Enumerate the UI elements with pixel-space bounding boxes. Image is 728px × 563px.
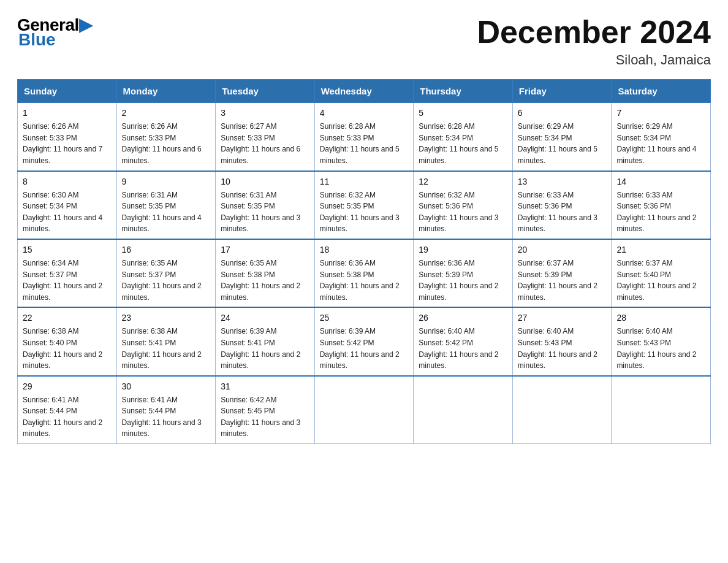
day-info: Sunrise: 6:26 AMSunset: 5:33 PMDaylight:… bbox=[23, 121, 112, 166]
day-info: Sunrise: 6:26 AMSunset: 5:33 PMDaylight:… bbox=[122, 121, 211, 166]
day-number: 2 bbox=[122, 107, 211, 120]
calendar-table: Sunday Monday Tuesday Wednesday Thursday… bbox=[17, 79, 711, 444]
day-info: Sunrise: 6:40 AMSunset: 5:43 PMDaylight:… bbox=[616, 326, 705, 371]
day-info: Sunrise: 6:32 AMSunset: 5:36 PMDaylight:… bbox=[419, 190, 507, 235]
day-info: Sunrise: 6:34 AMSunset: 5:37 PMDaylight:… bbox=[23, 258, 112, 303]
day-info: Sunrise: 6:36 AMSunset: 5:39 PMDaylight:… bbox=[419, 258, 507, 303]
day-number: 30 bbox=[122, 380, 211, 393]
day-number: 7 bbox=[616, 107, 705, 120]
day-number: 15 bbox=[23, 243, 112, 256]
col-tuesday: Tuesday bbox=[216, 80, 315, 103]
calendar-week-row: 15Sunrise: 6:34 AMSunset: 5:37 PMDayligh… bbox=[18, 239, 711, 307]
day-info: Sunrise: 6:40 AMSunset: 5:43 PMDaylight:… bbox=[518, 326, 607, 371]
day-number: 22 bbox=[23, 312, 112, 324]
day-number: 9 bbox=[122, 175, 211, 188]
title-area: December 2024 Siloah, Jamaica bbox=[477, 15, 711, 68]
col-sunday: Sunday bbox=[18, 80, 117, 103]
table-row bbox=[612, 376, 711, 444]
day-number: 27 bbox=[518, 312, 607, 324]
table-row: 5Sunrise: 6:28 AMSunset: 5:34 PMDaylight… bbox=[414, 103, 513, 171]
calendar-week-row: 29Sunrise: 6:41 AMSunset: 5:44 PMDayligh… bbox=[18, 376, 711, 444]
table-row: 7Sunrise: 6:29 AMSunset: 5:34 PMDaylight… bbox=[612, 103, 711, 171]
day-number: 14 bbox=[616, 175, 705, 188]
table-row: 22Sunrise: 6:38 AMSunset: 5:40 PMDayligh… bbox=[18, 307, 117, 375]
table-row: 12Sunrise: 6:32 AMSunset: 5:36 PMDayligh… bbox=[414, 171, 513, 239]
table-row: 21Sunrise: 6:37 AMSunset: 5:40 PMDayligh… bbox=[612, 239, 711, 307]
day-number: 6 bbox=[518, 107, 607, 120]
table-row: 16Sunrise: 6:35 AMSunset: 5:37 PMDayligh… bbox=[116, 239, 216, 307]
table-row: 30Sunrise: 6:41 AMSunset: 5:44 PMDayligh… bbox=[116, 376, 216, 444]
day-number: 16 bbox=[122, 243, 211, 256]
day-info: Sunrise: 6:41 AMSunset: 5:44 PMDaylight:… bbox=[23, 394, 112, 440]
day-info: Sunrise: 6:33 AMSunset: 5:36 PMDaylight:… bbox=[616, 190, 705, 235]
calendar-title: December 2024 bbox=[477, 15, 711, 50]
logo-blue-text: ▶ bbox=[79, 15, 93, 35]
day-number: 25 bbox=[320, 312, 409, 324]
day-number: 1 bbox=[23, 107, 112, 120]
day-info: Sunrise: 6:27 AMSunset: 5:33 PMDaylight:… bbox=[221, 121, 309, 166]
day-number: 20 bbox=[518, 243, 607, 256]
day-info: Sunrise: 6:35 AMSunset: 5:37 PMDaylight:… bbox=[122, 258, 211, 303]
header: General ▶ Blue December 2024 Siloah, Jam… bbox=[17, 15, 711, 68]
day-number: 12 bbox=[419, 175, 507, 188]
day-info: Sunrise: 6:28 AMSunset: 5:33 PMDaylight:… bbox=[320, 121, 409, 166]
table-row bbox=[512, 376, 612, 444]
table-row: 17Sunrise: 6:35 AMSunset: 5:38 PMDayligh… bbox=[216, 239, 315, 307]
day-info: Sunrise: 6:30 AMSunset: 5:34 PMDaylight:… bbox=[23, 190, 112, 235]
table-row: 6Sunrise: 6:29 AMSunset: 5:34 PMDaylight… bbox=[512, 103, 612, 171]
table-row: 20Sunrise: 6:37 AMSunset: 5:39 PMDayligh… bbox=[512, 239, 612, 307]
day-info: Sunrise: 6:41 AMSunset: 5:44 PMDaylight:… bbox=[122, 394, 211, 440]
day-info: Sunrise: 6:39 AMSunset: 5:42 PMDaylight:… bbox=[320, 326, 409, 371]
table-row: 1Sunrise: 6:26 AMSunset: 5:33 PMDaylight… bbox=[18, 103, 117, 171]
table-row: 26Sunrise: 6:40 AMSunset: 5:42 PMDayligh… bbox=[414, 307, 513, 375]
table-row: 3Sunrise: 6:27 AMSunset: 5:33 PMDaylight… bbox=[216, 103, 315, 171]
table-row: 11Sunrise: 6:32 AMSunset: 5:35 PMDayligh… bbox=[314, 171, 414, 239]
table-row: 15Sunrise: 6:34 AMSunset: 5:37 PMDayligh… bbox=[18, 239, 117, 307]
day-info: Sunrise: 6:33 AMSunset: 5:36 PMDaylight:… bbox=[518, 190, 607, 235]
col-thursday: Thursday bbox=[414, 80, 513, 103]
day-info: Sunrise: 6:29 AMSunset: 5:34 PMDaylight:… bbox=[616, 121, 705, 166]
table-row: 19Sunrise: 6:36 AMSunset: 5:39 PMDayligh… bbox=[414, 239, 513, 307]
day-info: Sunrise: 6:37 AMSunset: 5:39 PMDaylight:… bbox=[518, 258, 607, 303]
table-row: 4Sunrise: 6:28 AMSunset: 5:33 PMDaylight… bbox=[314, 103, 414, 171]
day-number: 21 bbox=[616, 243, 705, 256]
calendar-subtitle: Siloah, Jamaica bbox=[477, 52, 711, 68]
table-row: 14Sunrise: 6:33 AMSunset: 5:36 PMDayligh… bbox=[612, 171, 711, 239]
day-number: 24 bbox=[221, 312, 309, 324]
table-row: 2Sunrise: 6:26 AMSunset: 5:33 PMDaylight… bbox=[116, 103, 216, 171]
logo-sub-text: Blue bbox=[18, 30, 56, 50]
day-info: Sunrise: 6:37 AMSunset: 5:40 PMDaylight:… bbox=[616, 258, 705, 303]
calendar-week-row: 8Sunrise: 6:30 AMSunset: 5:34 PMDaylight… bbox=[18, 171, 711, 239]
calendar-week-row: 22Sunrise: 6:38 AMSunset: 5:40 PMDayligh… bbox=[18, 307, 711, 375]
day-number: 4 bbox=[320, 107, 409, 120]
table-row: 10Sunrise: 6:31 AMSunset: 5:35 PMDayligh… bbox=[216, 171, 315, 239]
day-number: 17 bbox=[221, 243, 309, 256]
day-number: 26 bbox=[419, 312, 507, 324]
day-info: Sunrise: 6:38 AMSunset: 5:41 PMDaylight:… bbox=[122, 326, 211, 371]
day-info: Sunrise: 6:38 AMSunset: 5:40 PMDaylight:… bbox=[23, 326, 112, 371]
day-number: 28 bbox=[616, 312, 705, 324]
day-info: Sunrise: 6:42 AMSunset: 5:45 PMDaylight:… bbox=[221, 394, 309, 440]
table-row: 9Sunrise: 6:31 AMSunset: 5:35 PMDaylight… bbox=[116, 171, 216, 239]
table-row: 24Sunrise: 6:39 AMSunset: 5:41 PMDayligh… bbox=[216, 307, 315, 375]
logo: General ▶ Blue bbox=[17, 15, 92, 50]
day-number: 13 bbox=[518, 175, 607, 188]
table-row bbox=[314, 376, 414, 444]
day-number: 3 bbox=[221, 107, 309, 120]
day-number: 11 bbox=[320, 175, 409, 188]
calendar-header-row: Sunday Monday Tuesday Wednesday Thursday… bbox=[18, 80, 711, 103]
table-row: 31Sunrise: 6:42 AMSunset: 5:45 PMDayligh… bbox=[216, 376, 315, 444]
day-number: 19 bbox=[419, 243, 507, 256]
day-number: 18 bbox=[320, 243, 409, 256]
table-row: 28Sunrise: 6:40 AMSunset: 5:43 PMDayligh… bbox=[612, 307, 711, 375]
col-wednesday: Wednesday bbox=[314, 80, 414, 103]
day-info: Sunrise: 6:36 AMSunset: 5:38 PMDaylight:… bbox=[320, 258, 409, 303]
day-info: Sunrise: 6:31 AMSunset: 5:35 PMDaylight:… bbox=[122, 190, 211, 235]
day-number: 23 bbox=[122, 312, 211, 324]
day-info: Sunrise: 6:32 AMSunset: 5:35 PMDaylight:… bbox=[320, 190, 409, 235]
day-number: 5 bbox=[419, 107, 507, 120]
table-row: 29Sunrise: 6:41 AMSunset: 5:44 PMDayligh… bbox=[18, 376, 117, 444]
calendar-week-row: 1Sunrise: 6:26 AMSunset: 5:33 PMDaylight… bbox=[18, 103, 711, 171]
table-row: 23Sunrise: 6:38 AMSunset: 5:41 PMDayligh… bbox=[116, 307, 216, 375]
table-row: 8Sunrise: 6:30 AMSunset: 5:34 PMDaylight… bbox=[18, 171, 117, 239]
